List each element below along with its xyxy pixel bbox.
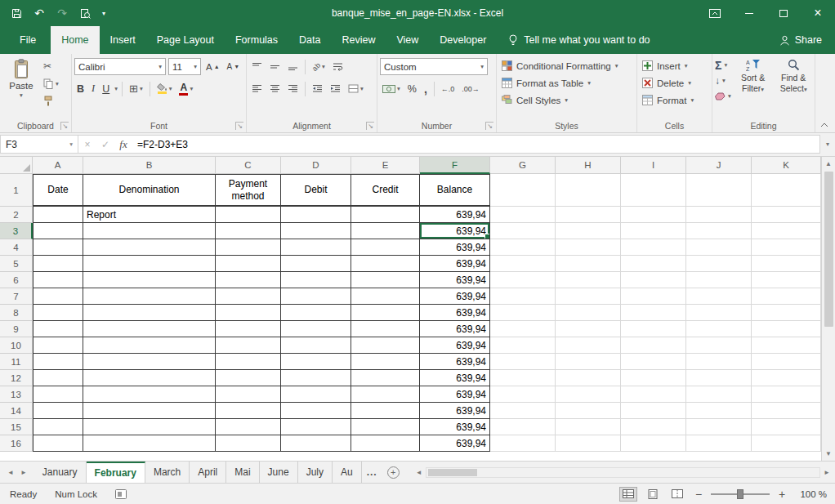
cell-C11[interactable]	[216, 354, 281, 370]
cell-H9[interactable]	[556, 321, 621, 337]
select-all-button[interactable]	[0, 157, 33, 174]
increase-font-size-button[interactable]: A▲	[203, 61, 222, 73]
cell-G1[interactable]	[490, 174, 556, 207]
sheet-tab-january[interactable]: January	[34, 462, 87, 483]
cell-H6[interactable]	[556, 272, 621, 288]
cell-H7[interactable]	[556, 288, 621, 305]
copy-button[interactable]: ▾	[43, 76, 59, 91]
cell-K1[interactable]	[752, 174, 821, 207]
undo-icon[interactable]: ↶	[29, 3, 49, 23]
cell-D3[interactable]	[281, 223, 351, 239]
save-icon[interactable]	[7, 3, 26, 23]
vertical-scroll-thumb[interactable]	[824, 172, 833, 327]
cell-D5[interactable]	[281, 256, 351, 272]
cell-E6[interactable]	[351, 272, 420, 288]
column-header-A[interactable]: A	[33, 157, 83, 174]
cell-C3[interactable]	[216, 223, 281, 239]
cell-B2[interactable]: Report	[83, 207, 216, 223]
cell-D11[interactable]	[281, 354, 351, 370]
cell-G2[interactable]	[490, 207, 556, 223]
sheet-tab-july[interactable]: July	[298, 462, 333, 483]
insert-function-icon[interactable]: fx	[114, 138, 132, 151]
cell-A12[interactable]	[33, 370, 83, 386]
cell-B10[interactable]	[83, 337, 216, 354]
name-box-dropdown-icon[interactable]: ▾	[69, 140, 73, 148]
cell-K4[interactable]	[752, 239, 821, 256]
cell-A15[interactable]	[33, 419, 83, 435]
paste-button[interactable]: Paste ▾	[2, 57, 40, 108]
page-break-view-button[interactable]	[668, 487, 686, 502]
find-select-button[interactable]: Find & Select▾	[775, 57, 812, 103]
close-button[interactable]: ×	[801, 0, 835, 26]
cell-C7[interactable]	[216, 288, 281, 305]
cell-F14[interactable]: 639,94	[420, 403, 490, 419]
ribbon-tab-page-layout[interactable]: Page Layout	[146, 26, 225, 54]
cell-F16[interactable]: 639,94	[420, 435, 490, 452]
decrease-indent-button[interactable]	[310, 83, 325, 94]
cell-E14[interactable]	[351, 403, 420, 419]
sheet-tab-february[interactable]: February	[87, 462, 145, 483]
cell-I13[interactable]	[621, 386, 686, 403]
normal-view-button[interactable]	[619, 487, 637, 502]
cell-K14[interactable]	[752, 403, 821, 419]
cell-J13[interactable]	[686, 386, 752, 403]
row-header-8[interactable]: 8	[0, 305, 33, 321]
cell-C4[interactable]	[216, 239, 281, 256]
zoom-out-button[interactable]: −	[693, 488, 704, 501]
cut-button[interactable]: ✂	[43, 59, 59, 74]
cell-D4[interactable]	[281, 239, 351, 256]
cell-A5[interactable]	[33, 256, 83, 272]
cell-A16[interactable]	[33, 435, 83, 452]
ribbon-tab-file[interactable]: File	[5, 26, 51, 54]
page-layout-view-button[interactable]	[644, 487, 662, 502]
row-header-2[interactable]: 2	[0, 207, 33, 223]
cell-H11[interactable]	[556, 354, 621, 370]
percent-style-button[interactable]: %	[405, 83, 419, 96]
row-header-15[interactable]: 15	[0, 419, 33, 435]
cell-F5[interactable]: 639,94	[420, 256, 490, 272]
cell-A7[interactable]	[33, 288, 83, 305]
cell-K10[interactable]	[752, 337, 821, 354]
sheet-nav-left-icon[interactable]: ◄	[5, 469, 16, 476]
cell-G12[interactable]	[490, 370, 556, 386]
hscroll-right-icon[interactable]: ►	[820, 469, 833, 476]
cell-D8[interactable]	[281, 305, 351, 321]
cell-I16[interactable]	[621, 435, 686, 452]
sort-filter-button[interactable]: AZ Sort & Filter▾	[735, 57, 772, 103]
cell-styles-button[interactable]: Cell Styles ▾	[499, 91, 634, 109]
cell-H16[interactable]	[556, 435, 621, 452]
row-header-7[interactable]: 7	[0, 288, 33, 305]
orientation-button[interactable]: ab▾	[310, 62, 328, 72]
sheet-nav-right-icon[interactable]: ►	[18, 469, 29, 476]
cell-D10[interactable]	[281, 337, 351, 354]
cell-I3[interactable]	[621, 223, 686, 239]
cell-I1[interactable]	[621, 174, 686, 207]
cell-D14[interactable]	[281, 403, 351, 419]
cell-D1[interactable]: Debit	[281, 174, 351, 207]
cell-K11[interactable]	[752, 354, 821, 370]
align-right-button[interactable]	[285, 83, 301, 94]
italic-button[interactable]: I	[89, 82, 97, 96]
cell-F9[interactable]: 639,94	[420, 321, 490, 337]
cell-G11[interactable]	[490, 354, 556, 370]
cell-G4[interactable]	[490, 239, 556, 256]
insert-cells-button[interactable]: Insert ▾	[640, 57, 709, 74]
row-header-11[interactable]: 11	[0, 354, 33, 370]
cell-J16[interactable]	[686, 435, 752, 452]
cell-A14[interactable]	[33, 403, 83, 419]
cell-A10[interactable]	[33, 337, 83, 354]
format-painter-button[interactable]	[43, 93, 59, 108]
cell-H4[interactable]	[556, 239, 621, 256]
cell-F10[interactable]: 639,94	[420, 337, 490, 354]
cell-A9[interactable]	[33, 321, 83, 337]
align-middle-button[interactable]	[267, 61, 283, 72]
decrease-decimal-button[interactable]: .00→	[459, 84, 482, 94]
sheet-tab-april[interactable]: April	[190, 462, 226, 483]
cell-K2[interactable]	[752, 207, 821, 223]
cell-B6[interactable]	[83, 272, 216, 288]
delete-cells-button[interactable]: Delete ▾	[640, 74, 709, 91]
cell-I15[interactable]	[621, 419, 686, 435]
cell-H12[interactable]	[556, 370, 621, 386]
cell-B5[interactable]	[83, 256, 216, 272]
cell-A2[interactable]	[33, 207, 83, 223]
